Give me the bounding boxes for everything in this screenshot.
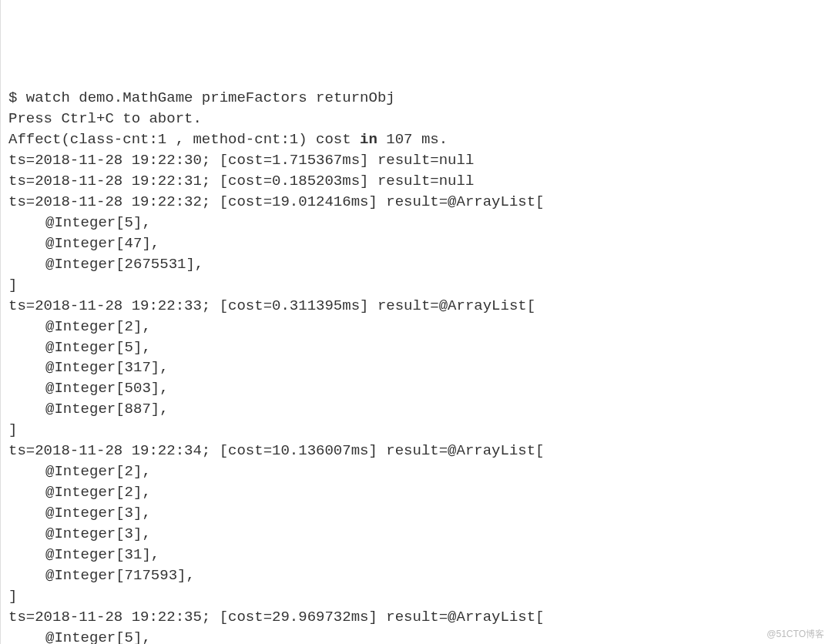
arraylist-item: @Integer[3], [8,503,824,524]
watch-entries: ts=2018-11-28 19:22:30; [cost=1.715367ms… [8,150,824,644]
watermark-text: @51CTO博客 [767,628,824,641]
arraylist-item: @Integer[717593], [8,565,824,586]
arraylist-close: ] [8,586,824,607]
abort-hint: Press Ctrl+C to abort. [8,109,824,129]
arraylist-item: @Integer[31], [8,545,824,565]
arraylist-item: @Integer[5], [8,628,824,644]
arraylist-item: @Integer[887], [8,399,824,420]
arraylist-close: ] [8,275,824,296]
watch-entry-header: ts=2018-11-28 19:22:33; [cost=0.311395ms… [8,296,824,317]
affect-suffix: 107 ms. [377,131,448,148]
arraylist-item: @Integer[3], [8,524,824,545]
watch-entry-header: ts=2018-11-28 19:22:30; [cost=1.715367ms… [8,150,824,171]
arraylist-close: ] [8,420,824,441]
watch-entry-header: ts=2018-11-28 19:22:34; [cost=10.136007m… [8,441,824,461]
terminal-output: $ watch demo.MathGame primeFactors retur… [8,88,824,644]
watch-entry-header: ts=2018-11-28 19:22:31; [cost=0.185203ms… [8,171,824,192]
command-prompt-line[interactable]: $ watch demo.MathGame primeFactors retur… [8,89,395,106]
arraylist-item: @Integer[2], [8,317,824,337]
arraylist-item: @Integer[5], [8,213,824,233]
arraylist-item: @Integer[317], [8,357,824,378]
arraylist-item: @Integer[2], [8,461,824,482]
command-text: watch demo.MathGame primeFactors returnO… [26,89,395,106]
arraylist-item: @Integer[5], [8,337,824,358]
watch-entry-header: ts=2018-11-28 19:22:35; [cost=29.969732m… [8,607,824,628]
prompt-symbol: $ [8,89,26,106]
watch-entry-header: ts=2018-11-28 19:22:32; [cost=19.012416m… [8,192,824,213]
arraylist-item: @Integer[2], [8,482,824,503]
affect-bold-keyword: in [360,131,377,148]
affect-line: Affect(class-cnt:1 , method-cnt:1) cost … [8,129,824,150]
arraylist-item: @Integer[503], [8,378,824,399]
arraylist-item: @Integer[2675531], [8,254,824,275]
affect-prefix: Affect(class-cnt:1 , method-cnt:1) cost [8,131,360,148]
arraylist-item: @Integer[47], [8,233,824,254]
